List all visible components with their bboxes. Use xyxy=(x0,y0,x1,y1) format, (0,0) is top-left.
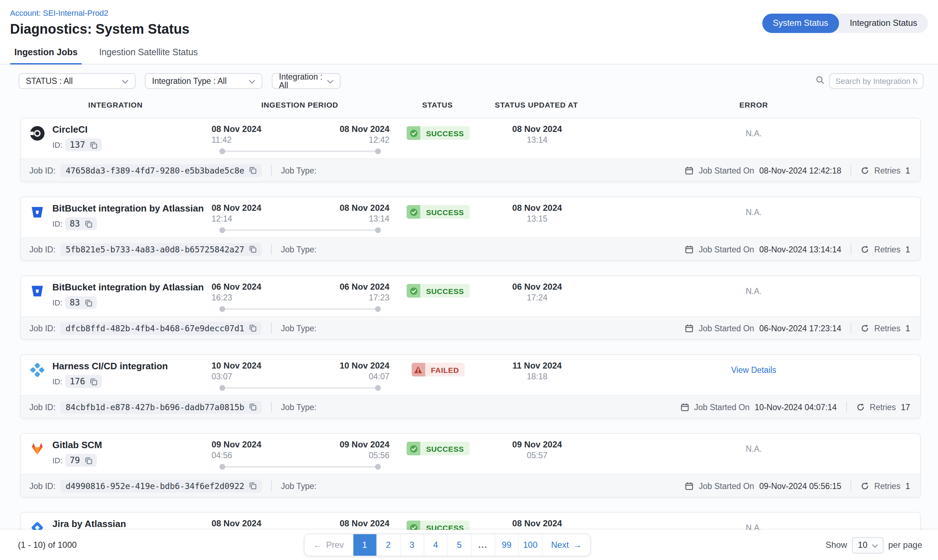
tab-ingestion-jobs[interactable]: Ingestion Jobs xyxy=(13,47,79,64)
slider-end-handle xyxy=(375,227,381,233)
status-updated-date: 08 Nov 2024 xyxy=(487,203,587,213)
status-badge-text: SUCCESS xyxy=(420,442,470,455)
search-input[interactable] xyxy=(829,73,924,89)
job-started-on-value: 08-Nov-2024 13:14:14 xyxy=(759,245,841,254)
integration-id-row: ID: 137 xyxy=(52,138,102,151)
copy-icon[interactable] xyxy=(249,324,256,332)
warning-triangle-icon xyxy=(414,365,423,374)
status-updated-cell: 11 Nov 2024 18:18 xyxy=(487,360,587,391)
job-details-footer: Job ID: d4990816-952e-419e-bdb6-34f6ef2d… xyxy=(21,474,920,497)
divider xyxy=(271,244,271,255)
prev-page-button[interactable]: ← Prev xyxy=(305,534,353,556)
filter-row: STATUS : All Integration Type : All Inte… xyxy=(0,65,938,95)
page-size-select[interactable]: 10 xyxy=(852,537,884,553)
system-status-button[interactable]: System Status xyxy=(762,14,839,33)
page-button-5[interactable]: 5 xyxy=(448,534,472,556)
period-start-time: 04:56 xyxy=(212,451,261,460)
id-label: ID: xyxy=(52,140,62,149)
ingestion-job-row: CircleCI ID: 137 08 Nov 2024 11:42 xyxy=(20,118,921,182)
period-end: 09 Nov 2024 05:56 xyxy=(340,440,389,460)
copy-icon[interactable] xyxy=(249,166,256,174)
slider-start-handle xyxy=(220,306,225,312)
retries-label: Retries xyxy=(874,166,900,175)
period-end: 08 Nov 2024 12:42 xyxy=(340,124,389,144)
next-page-button[interactable]: Next → xyxy=(543,534,590,556)
ingestion-period-cell: 09 Nov 2024 04:56 09 Nov 2024 05:56 xyxy=(212,439,389,470)
integration-info: BitBucket integration by Atlassian ID: 8… xyxy=(52,202,204,233)
copy-icon[interactable] xyxy=(249,245,256,253)
copy-icon[interactable] xyxy=(249,482,256,490)
job-started-on-label: Job Started On xyxy=(699,324,754,332)
integration-logo-icon xyxy=(29,205,45,220)
slider-track xyxy=(221,229,379,231)
ingestion-job-row: BitBucket integration by Atlassian ID: 8… xyxy=(20,275,921,340)
period-end: 08 Nov 2024 13:14 xyxy=(340,203,389,223)
calendar-icon xyxy=(681,403,689,411)
copy-icon[interactable] xyxy=(90,377,97,385)
error-value[interactable]: View Details xyxy=(731,366,776,374)
retries-value: 1 xyxy=(906,482,910,490)
job-id-value: d4990816-952e-419e-bdb6-34f6ef2d0922 xyxy=(66,481,244,491)
integration-info: Gitlab SCM ID: 79 xyxy=(52,439,102,470)
status-updated-cell: 09 Nov 2024 05:57 xyxy=(487,439,587,470)
copy-icon[interactable] xyxy=(84,456,92,464)
period-end-date: 08 Nov 2024 xyxy=(340,203,389,213)
status-filter-dropdown[interactable]: STATUS : All xyxy=(18,73,135,89)
error-value: N.A. xyxy=(746,287,762,295)
integration-logo-icon xyxy=(29,283,45,299)
ingestion-jobs-list: CircleCI ID: 137 08 Nov 2024 11:42 xyxy=(20,118,921,560)
slider-start-handle xyxy=(220,148,225,154)
integration-type-filter-dropdown[interactable]: Integration Type : All xyxy=(145,73,263,89)
integration-id-row: ID: 83 xyxy=(52,217,204,230)
copy-icon[interactable] xyxy=(84,220,92,228)
status-badge: SUCCESS xyxy=(407,284,470,298)
period-start: 06 Nov 2024 16:23 xyxy=(212,282,261,302)
ingestion-period-cell: 08 Nov 2024 11:42 08 Nov 2024 12:42 xyxy=(212,123,389,154)
error-cell: N.A. xyxy=(587,281,920,312)
status-updated-cell: 08 Nov 2024 13:15 xyxy=(487,202,587,233)
slider-start-handle xyxy=(220,227,225,233)
integration-filter-dropdown[interactable]: Integration : All xyxy=(272,73,341,89)
integration-info: Harness CI/CD integration ID: 176 xyxy=(52,360,168,391)
account-breadcrumb-link[interactable]: Account: SEI-Internal-Prod2 xyxy=(10,9,108,17)
copy-icon[interactable] xyxy=(84,298,92,306)
status-cell: SUCCESS xyxy=(389,123,487,154)
period-end: 06 Nov 2024 17:23 xyxy=(340,282,389,302)
status-updated-date: 08 Nov 2024 xyxy=(487,518,587,528)
job-id-label: Job ID: xyxy=(29,245,55,254)
page-button-2[interactable]: 2 xyxy=(377,534,400,556)
id-label: ID: xyxy=(52,219,62,228)
job-started-on-value: 09-Nov-2024 05:56:15 xyxy=(759,482,841,490)
copy-icon[interactable] xyxy=(249,403,256,411)
job-started-on-label: Job Started On xyxy=(699,482,754,490)
job-id-label: Job ID: xyxy=(29,403,55,411)
page-button-3[interactable]: 3 xyxy=(400,534,424,556)
period-end-time: 05:56 xyxy=(340,451,389,460)
slider-end-handle xyxy=(375,464,381,470)
copy-icon[interactable] xyxy=(90,141,97,149)
calendar-icon xyxy=(685,245,694,254)
page-button-4[interactable]: 4 xyxy=(424,534,448,556)
job-details-footer: Job ID: dfcb8ffd-482b-4fb4-b468-67e9decc… xyxy=(21,316,920,339)
integration-status-button[interactable]: Integration Status xyxy=(839,14,928,33)
period-start-time: 11:42 xyxy=(212,135,261,144)
period-end-date: 06 Nov 2024 xyxy=(340,282,389,292)
page-button-99[interactable]: 99 xyxy=(495,534,519,556)
calendar-icon xyxy=(685,482,694,490)
page-button-100[interactable]: 100 xyxy=(519,534,543,556)
retries-value: 17 xyxy=(901,403,910,411)
calendar-icon xyxy=(685,166,694,175)
status-updated-time: 13:15 xyxy=(487,214,587,223)
integration-logo-icon xyxy=(29,362,45,378)
error-value: N.A. xyxy=(746,129,762,138)
retries-refresh-icon xyxy=(861,245,869,254)
divider xyxy=(271,323,271,334)
slider-track xyxy=(221,387,379,389)
tab-ingestion-satellite-status[interactable]: Ingestion Satellite Status xyxy=(97,47,199,64)
period-end-time: 13:14 xyxy=(340,214,389,223)
job-type-label: Job Type: xyxy=(281,403,316,411)
divider xyxy=(271,402,271,412)
slider-end-handle xyxy=(375,385,381,391)
integration-logo-icon xyxy=(29,441,45,457)
page-button-1[interactable]: 1 xyxy=(353,534,377,556)
